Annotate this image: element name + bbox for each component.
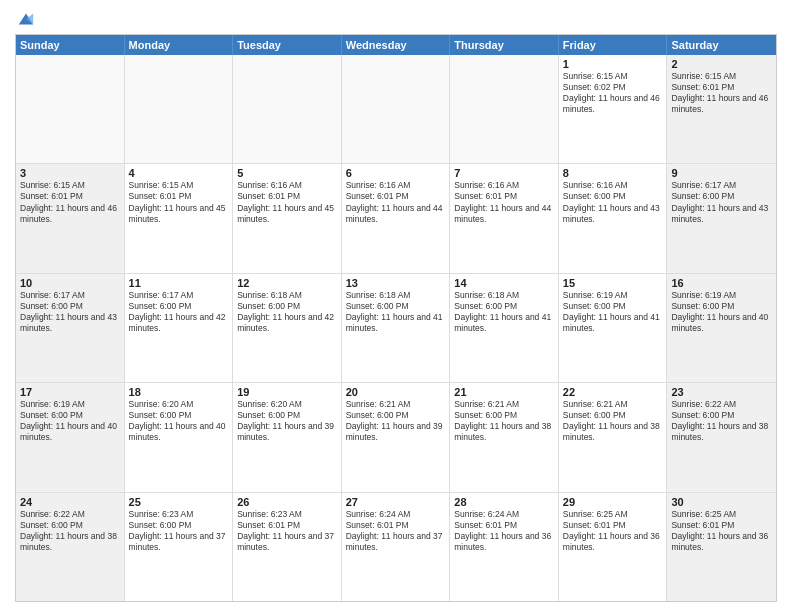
day-number: 18 bbox=[129, 386, 229, 398]
calendar-cell: 18Sunrise: 6:20 AMSunset: 6:00 PMDayligh… bbox=[125, 383, 234, 491]
calendar-cell bbox=[16, 55, 125, 163]
day-number: 1 bbox=[563, 58, 663, 70]
day-number: 6 bbox=[346, 167, 446, 179]
cell-info: Sunrise: 6:22 AMSunset: 6:00 PMDaylight:… bbox=[671, 399, 772, 443]
calendar-cell: 14Sunrise: 6:18 AMSunset: 6:00 PMDayligh… bbox=[450, 274, 559, 382]
header bbox=[15, 10, 777, 28]
cell-info: Sunrise: 6:16 AMSunset: 6:01 PMDaylight:… bbox=[346, 180, 446, 224]
cell-info: Sunrise: 6:21 AMSunset: 6:00 PMDaylight:… bbox=[563, 399, 663, 443]
day-number: 4 bbox=[129, 167, 229, 179]
day-number: 14 bbox=[454, 277, 554, 289]
day-number: 5 bbox=[237, 167, 337, 179]
logo-icon bbox=[17, 10, 35, 28]
cell-info: Sunrise: 6:16 AMSunset: 6:01 PMDaylight:… bbox=[237, 180, 337, 224]
cell-info: Sunrise: 6:24 AMSunset: 6:01 PMDaylight:… bbox=[454, 509, 554, 553]
calendar-cell: 9Sunrise: 6:17 AMSunset: 6:00 PMDaylight… bbox=[667, 164, 776, 272]
calendar-header: SundayMondayTuesdayWednesdayThursdayFrid… bbox=[16, 35, 776, 55]
calendar-cell: 20Sunrise: 6:21 AMSunset: 6:00 PMDayligh… bbox=[342, 383, 451, 491]
cell-info: Sunrise: 6:15 AMSunset: 6:01 PMDaylight:… bbox=[671, 71, 772, 115]
calendar-cell: 8Sunrise: 6:16 AMSunset: 6:00 PMDaylight… bbox=[559, 164, 668, 272]
cell-info: Sunrise: 6:20 AMSunset: 6:00 PMDaylight:… bbox=[129, 399, 229, 443]
calendar-cell: 25Sunrise: 6:23 AMSunset: 6:00 PMDayligh… bbox=[125, 493, 234, 601]
day-number: 25 bbox=[129, 496, 229, 508]
weekday-header: Thursday bbox=[450, 35, 559, 55]
calendar-cell: 13Sunrise: 6:18 AMSunset: 6:00 PMDayligh… bbox=[342, 274, 451, 382]
day-number: 28 bbox=[454, 496, 554, 508]
calendar-cell: 21Sunrise: 6:21 AMSunset: 6:00 PMDayligh… bbox=[450, 383, 559, 491]
day-number: 17 bbox=[20, 386, 120, 398]
calendar-cell: 19Sunrise: 6:20 AMSunset: 6:00 PMDayligh… bbox=[233, 383, 342, 491]
cell-info: Sunrise: 6:21 AMSunset: 6:00 PMDaylight:… bbox=[346, 399, 446, 443]
calendar-cell: 2Sunrise: 6:15 AMSunset: 6:01 PMDaylight… bbox=[667, 55, 776, 163]
calendar-cell bbox=[125, 55, 234, 163]
calendar-cell: 28Sunrise: 6:24 AMSunset: 6:01 PMDayligh… bbox=[450, 493, 559, 601]
day-number: 30 bbox=[671, 496, 772, 508]
calendar-row: 10Sunrise: 6:17 AMSunset: 6:00 PMDayligh… bbox=[16, 274, 776, 383]
cell-info: Sunrise: 6:15 AMSunset: 6:02 PMDaylight:… bbox=[563, 71, 663, 115]
weekday-header: Tuesday bbox=[233, 35, 342, 55]
cell-info: Sunrise: 6:16 AMSunset: 6:00 PMDaylight:… bbox=[563, 180, 663, 224]
day-number: 24 bbox=[20, 496, 120, 508]
day-number: 13 bbox=[346, 277, 446, 289]
cell-info: Sunrise: 6:23 AMSunset: 6:01 PMDaylight:… bbox=[237, 509, 337, 553]
day-number: 12 bbox=[237, 277, 337, 289]
day-number: 11 bbox=[129, 277, 229, 289]
cell-info: Sunrise: 6:16 AMSunset: 6:01 PMDaylight:… bbox=[454, 180, 554, 224]
day-number: 20 bbox=[346, 386, 446, 398]
weekday-header: Monday bbox=[125, 35, 234, 55]
cell-info: Sunrise: 6:21 AMSunset: 6:00 PMDaylight:… bbox=[454, 399, 554, 443]
calendar-cell: 5Sunrise: 6:16 AMSunset: 6:01 PMDaylight… bbox=[233, 164, 342, 272]
day-number: 3 bbox=[20, 167, 120, 179]
logo bbox=[15, 10, 35, 28]
weekday-header: Wednesday bbox=[342, 35, 451, 55]
cell-info: Sunrise: 6:24 AMSunset: 6:01 PMDaylight:… bbox=[346, 509, 446, 553]
calendar-cell: 17Sunrise: 6:19 AMSunset: 6:00 PMDayligh… bbox=[16, 383, 125, 491]
cell-info: Sunrise: 6:15 AMSunset: 6:01 PMDaylight:… bbox=[20, 180, 120, 224]
day-number: 23 bbox=[671, 386, 772, 398]
day-number: 22 bbox=[563, 386, 663, 398]
cell-info: Sunrise: 6:25 AMSunset: 6:01 PMDaylight:… bbox=[563, 509, 663, 553]
calendar-cell: 16Sunrise: 6:19 AMSunset: 6:00 PMDayligh… bbox=[667, 274, 776, 382]
calendar-cell: 3Sunrise: 6:15 AMSunset: 6:01 PMDaylight… bbox=[16, 164, 125, 272]
calendar-cell: 4Sunrise: 6:15 AMSunset: 6:01 PMDaylight… bbox=[125, 164, 234, 272]
day-number: 26 bbox=[237, 496, 337, 508]
day-number: 16 bbox=[671, 277, 772, 289]
cell-info: Sunrise: 6:18 AMSunset: 6:00 PMDaylight:… bbox=[237, 290, 337, 334]
day-number: 2 bbox=[671, 58, 772, 70]
calendar-cell: 27Sunrise: 6:24 AMSunset: 6:01 PMDayligh… bbox=[342, 493, 451, 601]
page: SundayMondayTuesdayWednesdayThursdayFrid… bbox=[0, 0, 792, 612]
calendar-cell: 22Sunrise: 6:21 AMSunset: 6:00 PMDayligh… bbox=[559, 383, 668, 491]
weekday-header: Sunday bbox=[16, 35, 125, 55]
day-number: 21 bbox=[454, 386, 554, 398]
calendar-cell bbox=[450, 55, 559, 163]
calendar-cell: 23Sunrise: 6:22 AMSunset: 6:00 PMDayligh… bbox=[667, 383, 776, 491]
weekday-header: Saturday bbox=[667, 35, 776, 55]
cell-info: Sunrise: 6:25 AMSunset: 6:01 PMDaylight:… bbox=[671, 509, 772, 553]
cell-info: Sunrise: 6:19 AMSunset: 6:00 PMDaylight:… bbox=[671, 290, 772, 334]
weekday-header: Friday bbox=[559, 35, 668, 55]
day-number: 19 bbox=[237, 386, 337, 398]
day-number: 27 bbox=[346, 496, 446, 508]
calendar-cell bbox=[233, 55, 342, 163]
calendar-cell: 11Sunrise: 6:17 AMSunset: 6:00 PMDayligh… bbox=[125, 274, 234, 382]
calendar-cell: 1Sunrise: 6:15 AMSunset: 6:02 PMDaylight… bbox=[559, 55, 668, 163]
day-number: 29 bbox=[563, 496, 663, 508]
cell-info: Sunrise: 6:22 AMSunset: 6:00 PMDaylight:… bbox=[20, 509, 120, 553]
calendar-cell: 24Sunrise: 6:22 AMSunset: 6:00 PMDayligh… bbox=[16, 493, 125, 601]
calendar-row: 1Sunrise: 6:15 AMSunset: 6:02 PMDaylight… bbox=[16, 55, 776, 164]
cell-info: Sunrise: 6:15 AMSunset: 6:01 PMDaylight:… bbox=[129, 180, 229, 224]
cell-info: Sunrise: 6:18 AMSunset: 6:00 PMDaylight:… bbox=[346, 290, 446, 334]
cell-info: Sunrise: 6:20 AMSunset: 6:00 PMDaylight:… bbox=[237, 399, 337, 443]
day-number: 8 bbox=[563, 167, 663, 179]
cell-info: Sunrise: 6:17 AMSunset: 6:00 PMDaylight:… bbox=[671, 180, 772, 224]
calendar-cell: 12Sunrise: 6:18 AMSunset: 6:00 PMDayligh… bbox=[233, 274, 342, 382]
calendar-cell: 7Sunrise: 6:16 AMSunset: 6:01 PMDaylight… bbox=[450, 164, 559, 272]
calendar-cell: 30Sunrise: 6:25 AMSunset: 6:01 PMDayligh… bbox=[667, 493, 776, 601]
calendar-row: 17Sunrise: 6:19 AMSunset: 6:00 PMDayligh… bbox=[16, 383, 776, 492]
cell-info: Sunrise: 6:17 AMSunset: 6:00 PMDaylight:… bbox=[129, 290, 229, 334]
day-number: 10 bbox=[20, 277, 120, 289]
cell-info: Sunrise: 6:19 AMSunset: 6:00 PMDaylight:… bbox=[20, 399, 120, 443]
calendar-body: 1Sunrise: 6:15 AMSunset: 6:02 PMDaylight… bbox=[16, 55, 776, 601]
calendar: SundayMondayTuesdayWednesdayThursdayFrid… bbox=[15, 34, 777, 602]
calendar-cell: 15Sunrise: 6:19 AMSunset: 6:00 PMDayligh… bbox=[559, 274, 668, 382]
